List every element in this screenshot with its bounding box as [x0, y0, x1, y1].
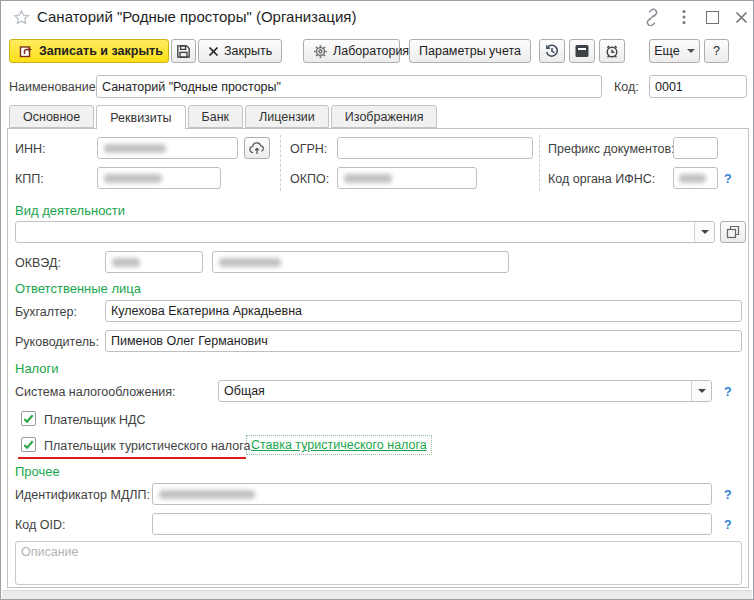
activity-open-button[interactable]: [720, 221, 746, 243]
help-button[interactable]: ?: [704, 39, 729, 63]
ogrn-input[interactable]: [337, 137, 533, 159]
tax-system-combo[interactable]: [218, 380, 712, 402]
tax-system-dropdown-button[interactable]: [691, 381, 711, 401]
maximize-icon[interactable]: [701, 7, 723, 27]
chevron-down-icon: [687, 49, 695, 53]
more-label: Еще: [654, 44, 679, 58]
window-bottom-strip: [2, 590, 752, 600]
column-divider: [539, 135, 540, 191]
vat-payer-label: Плательщик НДС: [44, 413, 146, 427]
name-field-label: Наименование:: [9, 80, 99, 94]
cloud-download-icon: [249, 141, 265, 155]
kebab-menu-icon[interactable]: [673, 7, 695, 27]
tab-images[interactable]: Изображения: [331, 105, 438, 128]
activity-combo-input[interactable]: [15, 221, 715, 243]
requisites-tab-panel: ИНН: ОГРН: Префикс документов: КПП: ОКПО…: [7, 128, 749, 588]
oid-label: Код OID:: [15, 518, 65, 532]
oid-help-link[interactable]: ?: [724, 518, 732, 532]
okved-name-input[interactable]: [212, 251, 509, 273]
okved-label: ОКВЭД:: [15, 256, 61, 270]
tab-requisites[interactable]: Реквизиты: [96, 105, 185, 129]
description-textarea[interactable]: [15, 541, 742, 585]
red-underline-annotation: [18, 457, 246, 459]
checkmark-icon: [22, 412, 35, 425]
laboratory-label: Лаборатория: [333, 44, 409, 58]
accounting-parameters-button[interactable]: Параметры учета: [409, 39, 531, 63]
okved-code-input[interactable]: [105, 251, 203, 273]
floppy-disk-icon: [176, 44, 191, 59]
save-close-icon: [19, 44, 34, 59]
kpp-label: КПП:: [15, 172, 44, 186]
inn-input[interactable]: [97, 137, 238, 159]
tax-system-value[interactable]: [219, 381, 697, 401]
archive-box-button[interactable]: [569, 39, 595, 63]
okpo-input[interactable]: [337, 167, 477, 189]
redacted-mdlp-value: [159, 490, 255, 499]
ifns-code-label: Код органа ИФНС:: [548, 172, 655, 186]
mdlp-input[interactable]: [152, 483, 712, 505]
redacted-okpo-value: [344, 174, 392, 183]
redacted-ifns-value: [679, 174, 706, 183]
ifns-code-input[interactable]: [673, 167, 718, 189]
doc-prefix-label: Префикс документов:: [548, 142, 675, 156]
activity-dropdown-button[interactable]: [694, 222, 714, 242]
kpp-input[interactable]: [97, 167, 221, 189]
save-and-close-button[interactable]: Записать и закрыть: [9, 39, 169, 63]
redacted-okved-name: [219, 258, 281, 267]
chevron-down-icon: [698, 389, 706, 393]
tab-bank[interactable]: Банк: [188, 105, 244, 128]
organization-card-window: Санаторий "Родные просторы" (Организация…: [0, 0, 754, 600]
manager-input[interactable]: [105, 330, 742, 352]
vat-payer-checkbox[interactable]: [21, 411, 36, 426]
accounting-parameters-label: Параметры учета: [419, 44, 521, 58]
open-in-window-icon: [726, 225, 740, 239]
get-link-icon[interactable]: [641, 7, 663, 27]
ifns-help-link[interactable]: ?: [724, 172, 732, 186]
tab-main[interactable]: Основное: [9, 105, 94, 128]
alarm-clock-icon: [604, 43, 620, 59]
history-clock-icon: [544, 43, 560, 59]
mdlp-help-link[interactable]: ?: [724, 488, 732, 502]
save-and-close-label: Записать и закрыть: [39, 44, 163, 58]
gear-icon: [313, 44, 328, 59]
responsible-section-header: Ответственные лица: [15, 281, 141, 296]
tab-licenses[interactable]: Лицензии: [245, 105, 329, 128]
laboratory-button[interactable]: Лаборатория: [303, 39, 400, 63]
fill-by-inn-button[interactable]: [244, 137, 270, 159]
tab-bar: Основное Реквизиты Банк Лицензии Изображ…: [9, 105, 437, 129]
reminder-button[interactable]: [599, 39, 625, 63]
tourist-tax-rate-link[interactable]: Ставка туристического налога: [246, 435, 432, 455]
window-title: Санаторий "Родные просторы" (Организация…: [37, 8, 356, 25]
tourist-tax-payer-checkbox[interactable]: [21, 437, 36, 452]
code-field-label: Код:: [614, 80, 639, 94]
okpo-label: ОКПО:: [290, 172, 329, 186]
other-section-header: Прочее: [15, 464, 60, 479]
ogrn-label: ОГРН:: [290, 142, 327, 156]
redacted-okved-code: [112, 258, 140, 267]
redacted-inn-value: [104, 144, 166, 153]
doc-prefix-input[interactable]: [673, 137, 718, 159]
name-input[interactable]: [96, 75, 602, 98]
code-input[interactable]: [649, 75, 747, 98]
taxes-section-header: Налоги: [15, 361, 59, 376]
save-button[interactable]: [171, 39, 196, 63]
manager-label: Руководитель:: [15, 335, 99, 349]
checkmark-icon: [22, 438, 35, 451]
chevron-down-icon: [701, 230, 709, 234]
more-button[interactable]: Еще: [649, 39, 700, 63]
tax-system-help-link[interactable]: ?: [724, 385, 732, 399]
favorite-star-icon[interactable]: [13, 9, 30, 26]
archive-box-icon: [575, 44, 589, 58]
activity-section-header: Вид деятельности: [15, 203, 125, 218]
close-window-icon[interactable]: [730, 7, 752, 27]
close-button[interactable]: Закрыть: [198, 39, 282, 63]
inn-label: ИНН:: [15, 142, 46, 156]
accountant-label: Бухгалтер:: [15, 305, 77, 319]
close-x-icon: [208, 46, 219, 57]
accountant-input[interactable]: [105, 300, 742, 322]
help-label: ?: [713, 44, 720, 58]
change-history-button[interactable]: [539, 39, 565, 63]
tourist-tax-payer-label: Плательщик туристического налога: [44, 439, 250, 453]
oid-input[interactable]: [152, 513, 712, 535]
close-label: Закрыть: [224, 44, 272, 58]
